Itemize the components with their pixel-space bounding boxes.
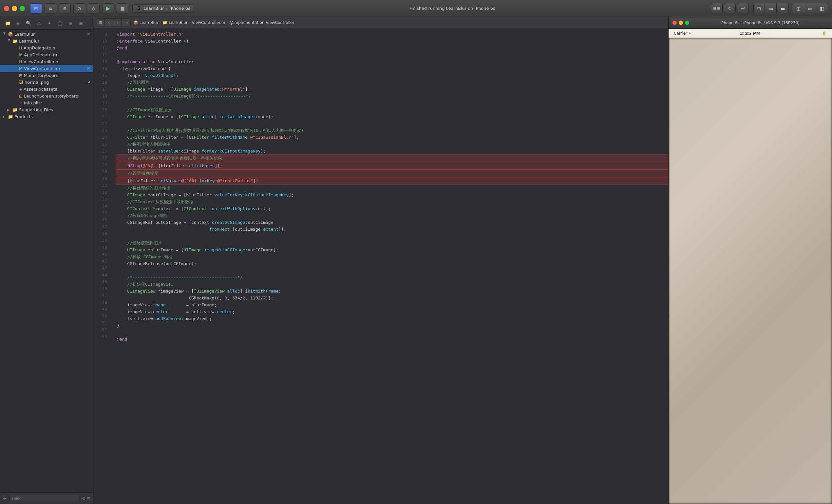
back-nav-button[interactable]: ‹ (105, 19, 113, 27)
code-line-18: /*--------------CoreImage部分-------------… (115, 93, 668, 100)
navigator-toggle-button[interactable]: ⊞ (30, 3, 42, 14)
folder-icon-learnblur-root: 📦 (8, 32, 13, 37)
sidebar-label-launchscreen-storyboard: LaunchScreen.storyboard (24, 93, 78, 99)
breadcrumb-implementation[interactable]: @implementation ViewController (229, 20, 294, 25)
back-button[interactable]: ↩ (737, 3, 749, 13)
more-nav-button[interactable]: ⋯ (122, 19, 130, 27)
editor-content: 9101112131415161718192021222324252627282… (93, 28, 668, 504)
code-line-43 (115, 267, 668, 274)
sim-maximize-button[interactable] (685, 21, 689, 25)
breakpoints-button[interactable]: ⊕ (59, 3, 71, 14)
scheme-selector[interactable]: 📱 LearnBlur › iPhone 6s (132, 4, 194, 13)
filter-input[interactable] (9, 495, 79, 502)
code-line-41: //释放 CGImage 句柄 (115, 253, 668, 260)
sidebar-item-assets-xcassets[interactable]: ◈ Assets.xcassets (0, 86, 93, 93)
file-icon-assets-xcassets: ◈ (19, 87, 22, 92)
minimize-button[interactable] (12, 6, 17, 11)
folder-icon-learnblur-group: 📁 (12, 38, 18, 44)
editor-pane: ⊞ ‹ › ⋯ 📦 LearnBlur › 📁 LearnBlur › View… (93, 17, 668, 504)
sim-close-button[interactable] (673, 21, 677, 25)
source-control-button[interactable]: ≡ (45, 3, 56, 14)
code-line-40: UIImage *blurImage = [UIImage imageWithC… (115, 247, 668, 253)
code-line-14: - (void)viewDidLoad { (115, 65, 668, 72)
main-area: 📁 ◈ 🔍 ⚠ ✦ ◯ ⊙ ≡ ▶ 📦 LearnBlur M ▶ 📁 Lear… (0, 17, 832, 504)
symbol-navigator-tab[interactable]: ◈ (13, 19, 23, 28)
sidebar-item-products[interactable]: ▶ 📁 Products (0, 113, 93, 120)
bookmark-button[interactable]: ◇ (88, 3, 100, 14)
code-line-30: [blurFilter setValue:@(100) forKey:@"inp… (115, 177, 668, 185)
sim-minimize-button[interactable] (679, 21, 683, 25)
breadcrumb-viewcontroller-m[interactable]: ViewController.m (192, 20, 225, 25)
grid-view-button[interactable]: ⊞ (96, 19, 105, 27)
filter-options: ⊙ ≡ (82, 496, 90, 501)
assistant-editor-button[interactable]: ▭ (765, 3, 777, 14)
issue-navigator-tab[interactable]: ⚠ (34, 19, 44, 28)
stop-button[interactable]: ■ (116, 3, 128, 14)
test-navigator-tab[interactable]: ✦ (45, 19, 54, 28)
simulator-traffic-lights (673, 21, 689, 25)
sidebar-item-learnblur-root[interactable]: ▶ 📦 LearnBlur M (0, 31, 93, 38)
report-navigator-tab[interactable]: ≡ (76, 19, 86, 28)
code-line-19 (115, 100, 668, 106)
debug-panel-button[interactable]: ▭ (805, 3, 816, 14)
sidebar-item-appdelegate-h[interactable]: H AppDelegate.h (0, 45, 93, 51)
sidebar-item-normal-png[interactable]: 🖼 normal.png A (0, 79, 93, 86)
sidebar-item-viewcontroller-h[interactable]: H ViewController.h (0, 58, 93, 65)
code-line-48: imageView.image = blurImage; (115, 301, 668, 308)
code-line-15: [super viewDidLoad]; (115, 72, 668, 79)
find-navigator-tab[interactable]: 🔍 (24, 19, 33, 28)
badge-learnblur-root: M (87, 32, 91, 36)
device-name: iPhone 6s (170, 6, 190, 11)
project-navigator-tab[interactable]: 📁 (3, 19, 12, 28)
file-icon-appdelegate-h: H (19, 46, 22, 50)
standard-editor-button[interactable]: ⊡ (754, 3, 765, 14)
maximize-button[interactable] (20, 6, 25, 11)
code-line-16: //原始图片 (115, 79, 668, 86)
code-area[interactable]: #import "ViewController.h"@interface Vie… (110, 28, 668, 504)
sidebar-item-viewcontroller-m[interactable]: M ViewController.m M (0, 65, 93, 72)
breadcrumb-learnblur[interactable]: 📦 LearnBlur (133, 20, 158, 25)
forward-nav-button[interactable]: › (113, 19, 122, 27)
code-line-25: //将图片输入到滤镜中 (115, 141, 668, 148)
code-line-37: fromRect:[outCiImage extent]]; (115, 226, 668, 233)
sidebar-label-assets-xcassets: Assets.xcassets (24, 87, 57, 92)
code-line-32: CIImage *outCiImage = [blurFilter valueF… (115, 192, 668, 198)
version-editor-button[interactable]: ▬ (777, 3, 788, 14)
code-line-20: //CIImage获取数据源 (115, 106, 668, 113)
sidebar-item-main-storyboard[interactable]: ⊞ Main.storyboard (0, 72, 93, 79)
sidebar-item-learnblur-group[interactable]: ▶ 📁 LearnBlur (0, 38, 93, 45)
breakpoint-navigator-tab[interactable]: ⊙ (66, 19, 75, 28)
file-icon-appdelegate-m: M (19, 52, 23, 57)
close-button[interactable] (4, 6, 9, 11)
filter-sort-icon[interactable]: ≡ (87, 496, 90, 501)
breadcrumb: 📦 LearnBlur › 📁 LearnBlur › ViewControll… (133, 20, 294, 25)
add-file-button[interactable]: + (3, 495, 7, 501)
breadcrumb-learnblur-group[interactable]: 📁 LearnBlur (162, 20, 187, 25)
sidebar-item-appdelegate-m[interactable]: M AppDelegate.m (0, 51, 93, 58)
file-icon-normal-png: 🖼 (19, 80, 23, 85)
status-bar: Finished running LearnBlur on iPhone 6s (197, 6, 708, 11)
run-button[interactable]: ▶ (102, 3, 114, 14)
utilities-panel-button[interactable]: ◧ (816, 3, 828, 14)
sidebar-label-learnblur-root: LearnBlur (15, 32, 35, 37)
arrow-supporting-files: ▶ (7, 108, 11, 112)
sidebar-item-supporting-files[interactable]: ▶ 📁 Supporting Files (0, 106, 93, 113)
activity-button[interactable]: ≡≡ (711, 3, 723, 13)
sidebar: 📁 ◈ 🔍 ⚠ ✦ ◯ ⊙ ≡ ▶ 📦 LearnBlur M ▶ 📁 Lear… (0, 17, 93, 504)
refresh-button[interactable]: ↻ (724, 3, 736, 13)
arrow-learnblur-group: ▶ (7, 39, 11, 43)
view-toggle-group: ⊡ ▭ ▬ (753, 3, 789, 14)
debug-navigator-tab[interactable]: ◯ (55, 19, 65, 28)
file-icon-viewcontroller-m: M (19, 66, 23, 71)
code-line-52 (115, 329, 668, 336)
sidebar-footer: + ⊙ ≡ (0, 492, 93, 504)
filter-recent-icon[interactable]: ⊙ (82, 496, 85, 501)
code-line-9: #import "ViewController.h" (115, 31, 668, 38)
sidebar-item-launchscreen-storyboard[interactable]: ⊞ LaunchScreen.storyboard (0, 93, 93, 100)
analyze-button[interactable]: ⊙ (73, 3, 85, 14)
navigator-panel-button[interactable]: ◫ (793, 3, 804, 14)
folder-icon-supporting-files: 📁 (12, 107, 18, 112)
arrow-learnblur-root: ▶ (3, 32, 6, 36)
sidebar-item-info-plist[interactable]: ≡ Info.plist (0, 100, 93, 106)
status-text: Finished running LearnBlur on iPhone 6s (410, 6, 495, 11)
